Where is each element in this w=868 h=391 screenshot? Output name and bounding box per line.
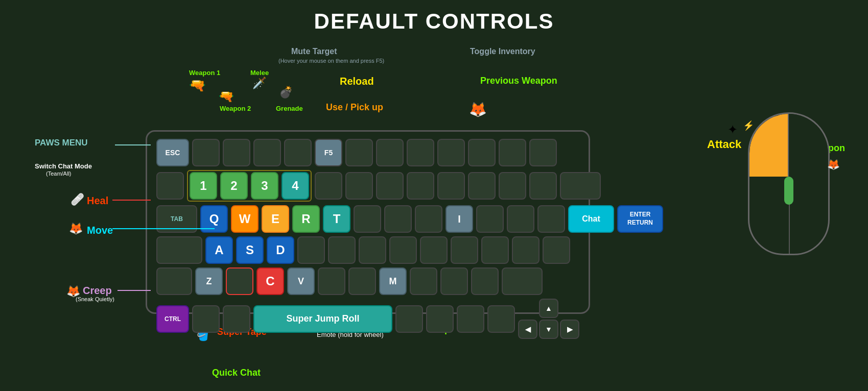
key-f10[interactable] (468, 139, 496, 166)
key-up[interactable]: ▲ (539, 299, 558, 318)
key-e[interactable]: E (262, 205, 289, 233)
melee-label: Melee (250, 69, 269, 77)
key-comma[interactable] (410, 267, 437, 295)
key-7[interactable] (376, 172, 404, 200)
key-row-1: 1 2 3 4 (156, 170, 579, 202)
attack-flash-icon: ⚡ (743, 120, 754, 131)
key-alt[interactable] (223, 305, 250, 333)
key-2[interactable]: 2 (220, 172, 248, 200)
key-period[interactable] (440, 267, 468, 295)
key-1[interactable]: 1 (190, 172, 217, 200)
key-equal[interactable] (529, 172, 557, 200)
key-chat[interactable]: Chat (568, 205, 614, 233)
key-rshift[interactable] (502, 267, 543, 295)
weapon1-gun-icon: 🔫 (189, 78, 205, 93)
key-a[interactable]: A (205, 236, 233, 264)
key-h[interactable] (359, 236, 386, 264)
key-c[interactable]: C (256, 267, 284, 295)
key-menu[interactable] (457, 305, 484, 333)
key-u[interactable] (384, 205, 412, 233)
key-minus[interactable] (499, 172, 526, 200)
key-f5[interactable]: F5 (315, 139, 342, 166)
key-4[interactable]: 4 (281, 172, 309, 200)
key-f9[interactable] (437, 139, 465, 166)
key-i[interactable]: I (445, 205, 473, 233)
mouse-fox-icon: 🦊 (827, 158, 840, 170)
key-w[interactable]: W (231, 205, 259, 233)
key-p[interactable] (476, 205, 504, 233)
key-x[interactable] (226, 267, 253, 295)
key-v[interactable]: V (287, 267, 315, 295)
key-n[interactable] (348, 267, 376, 295)
mouse-right-button[interactable] (789, 114, 828, 177)
key-f2[interactable] (223, 139, 250, 166)
key-9[interactable] (437, 172, 465, 200)
key-f[interactable] (297, 236, 325, 264)
mute-target-label: Mute Target (291, 47, 337, 56)
key-esc[interactable]: ESC (156, 139, 189, 166)
key-f11[interactable] (499, 139, 526, 166)
key-slash[interactable] (471, 267, 499, 295)
grenade-label: Grenade (276, 105, 303, 112)
arrow-keys: ▲ ◀ ▼ ▶ (518, 299, 579, 339)
key-enter[interactable]: ENTERRETURN (617, 205, 663, 233)
key-f3[interactable] (253, 139, 281, 166)
key-r[interactable]: R (292, 205, 320, 233)
key-j[interactable] (389, 236, 417, 264)
attack-spark-icon: ✦ (728, 123, 738, 137)
key-spacebar[interactable]: Super Jump Roll (253, 305, 392, 333)
key-left[interactable]: ◀ (518, 320, 537, 339)
key-f12[interactable] (529, 139, 557, 166)
key-ctrl[interactable]: CTRL (156, 305, 189, 333)
key-8[interactable] (407, 172, 434, 200)
page-title: DEFAULT CONTROLS (0, 0, 868, 34)
heal-label: Heal (87, 195, 108, 207)
key-backslash[interactable] (543, 236, 570, 264)
weapon1-label: Weapon 1 (189, 69, 220, 77)
previous-weapon-label: Previous Weapon (480, 76, 557, 86)
key-bracket-l[interactable] (507, 205, 534, 233)
key-z[interactable]: Z (195, 267, 223, 295)
key-bracket-r[interactable] (537, 205, 565, 233)
main-container: DEFAULT CONTROLS Weapon 1 Weapon 2 Melee… (0, 0, 868, 391)
key-d[interactable]: D (267, 236, 294, 264)
key-ctrl-r[interactable] (487, 305, 515, 333)
key-t[interactable]: T (323, 205, 350, 233)
key-5[interactable] (315, 172, 342, 200)
key-o[interactable] (415, 205, 442, 233)
key-backtick[interactable] (156, 172, 184, 200)
key-f7[interactable] (376, 139, 404, 166)
key-fn[interactable] (426, 305, 454, 333)
key-lshift[interactable] (156, 267, 192, 295)
key-quote[interactable] (512, 236, 539, 264)
quick-chat-label: Quick Chat (212, 368, 261, 378)
key-y[interactable] (354, 205, 381, 233)
key-f6[interactable] (345, 139, 373, 166)
key-f8[interactable] (407, 139, 434, 166)
key-3[interactable]: 3 (251, 172, 278, 200)
key-s[interactable]: S (236, 236, 264, 264)
key-6[interactable] (345, 172, 373, 200)
key-f1[interactable] (192, 139, 220, 166)
key-m[interactable]: M (379, 267, 407, 295)
key-down[interactable]: ▼ (539, 320, 558, 339)
key-g[interactable] (328, 236, 356, 264)
key-semicolon[interactable] (481, 236, 509, 264)
key-right[interactable]: ▶ (560, 320, 579, 339)
key-caps[interactable] (156, 236, 202, 264)
mouse-scroll-wheel[interactable] (784, 177, 793, 205)
paws-menu-label: PAWS MENU (35, 138, 88, 148)
key-k[interactable] (420, 236, 448, 264)
mouse-left-button[interactable] (749, 114, 789, 177)
key-0[interactable] (468, 172, 496, 200)
mouse-section: Attack Switch Weapon ✦ ⚡ 🦊 (738, 112, 840, 286)
creep-label: Creep (83, 285, 112, 297)
key-backspace[interactable] (560, 172, 601, 200)
key-f4[interactable] (284, 139, 312, 166)
melee-icon: 🗡️ (252, 77, 266, 90)
key-alt-r[interactable] (395, 305, 423, 333)
key-row-0: ESC F5 (156, 139, 579, 166)
key-l[interactable] (451, 236, 478, 264)
key-win[interactable] (192, 305, 220, 333)
key-b[interactable] (318, 267, 345, 295)
